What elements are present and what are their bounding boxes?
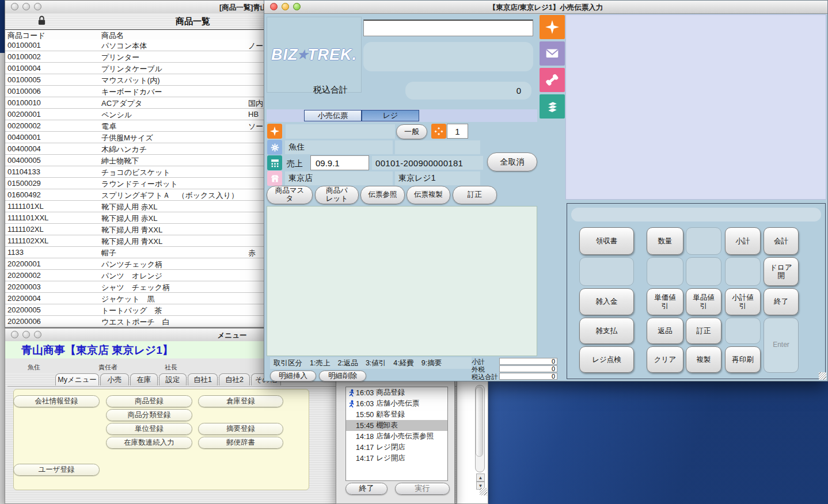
insert-line-button[interactable]: 明細挿入: [270, 371, 316, 381]
product-name: パソコン本体: [101, 41, 147, 51]
menu-button[interactable]: 単位登録: [106, 423, 192, 435]
flower-icon: [267, 140, 282, 155]
keypad-blank-button: [725, 257, 761, 286]
list-item[interactable]: 15:50顧客登録: [346, 409, 447, 420]
tab-小売[interactable]: 小売: [100, 373, 129, 385]
sale-date-field[interactable]: 09.9.1: [310, 155, 369, 170]
sale-label: 売上: [287, 159, 303, 169]
zoom-button[interactable]: [34, 3, 41, 10]
sparkle-icon[interactable]: [540, 15, 565, 39]
action-button[interactable]: 伝票参照: [360, 186, 405, 204]
list-item[interactable]: 16:03店舗小売伝票: [346, 398, 447, 409]
product-code: 20200002: [7, 271, 98, 280]
keypad-button[interactable]: 複製: [686, 346, 721, 373]
resize-grip[interactable]: [480, 488, 487, 495]
process-log-window: 16:03商品登録16:03店舗小売伝票15:50顧客登録15:45棚卸表14:…: [336, 377, 455, 504]
task-time: 15:45: [356, 422, 374, 430]
action-button[interactable]: 商品マス タ: [267, 186, 313, 204]
keypad-button[interactable]: 小計: [725, 227, 761, 255]
keypad-button[interactable]: 訂正: [686, 318, 721, 344]
keypad-button[interactable]: 返品: [647, 318, 683, 344]
sale-lines-area[interactable]: [267, 206, 537, 356]
keypad-button[interactable]: 小計値 引: [725, 288, 761, 315]
background-scroll-window: ▲ ▼: [457, 380, 488, 504]
product-code: 00400004: [7, 144, 98, 153]
run-button[interactable]: 実行: [395, 483, 450, 495]
menu-button[interactable]: 会社情報登録: [13, 395, 100, 407]
menu-button[interactable]: ユーザ登録: [13, 464, 100, 476]
keypad-button[interactable]: 単品値 引: [686, 288, 721, 315]
list-item[interactable]: 14:18店舗小売伝票参照: [346, 431, 447, 442]
product-code: 00400001: [7, 133, 98, 142]
list-item[interactable]: 14:17レジ閉店: [346, 442, 447, 453]
tab-設定[interactable]: 設定: [159, 373, 187, 385]
legend-item: 2:返品: [337, 358, 358, 368]
cancel-all-button[interactable]: 全取消: [487, 152, 537, 171]
action-button[interactable]: 商品パ レット: [315, 186, 359, 204]
calculator-icon: [267, 155, 282, 170]
legend-item: 3:値引: [366, 358, 386, 368]
tab-自社2[interactable]: 自社2: [219, 373, 250, 385]
legend-item: 1:売上: [310, 358, 330, 368]
tab-在庫[interactable]: 在庫: [130, 373, 158, 385]
task-label: 商品登録: [376, 388, 405, 398]
keypad-button[interactable]: 雑支払: [579, 318, 634, 344]
store-field: 東京店: [285, 171, 393, 185]
action-button[interactable]: 伝票複製: [407, 186, 450, 204]
minimize-button[interactable]: [22, 3, 30, 10]
customer-display-area: [565, 14, 826, 200]
product-name: プリンター: [101, 52, 139, 63]
close-button[interactable]: [11, 3, 18, 10]
layers-icon[interactable]: [540, 94, 565, 119]
keypad-button[interactable]: ドロア 開: [764, 257, 799, 286]
legend-item: 9:摘要: [421, 358, 442, 368]
keypad-button[interactable]: レジ点検: [579, 346, 634, 373]
biztrek-logo: BIZ★TREK.: [271, 46, 357, 64]
product-code: 00100001: [7, 41, 98, 49]
product-code: 20200001: [7, 259, 98, 268]
list-item[interactable]: 15:45棚卸表: [346, 420, 447, 431]
product-name: トートバッグ 茶: [101, 306, 162, 316]
tab-レジ[interactable]: レジ: [362, 110, 419, 121]
tab-Myメニュー[interactable]: Myメニュー: [55, 373, 99, 385]
menu-button[interactable]: 商品分類登録: [106, 409, 192, 421]
menu-button[interactable]: 商品登録: [106, 395, 192, 407]
menu-button[interactable]: 在庫数連続入力: [106, 437, 192, 449]
phone-icon[interactable]: [540, 68, 565, 92]
quit-button[interactable]: 終了: [345, 483, 388, 495]
menu-button[interactable]: 倉庫登録: [198, 395, 283, 407]
task-time: 14:18: [356, 433, 374, 441]
menu-button[interactable]: 摘要登録: [198, 423, 283, 435]
keypad-button[interactable]: 会計: [764, 227, 799, 255]
scrollbar-thumb[interactable]: [476, 387, 483, 457]
menu-button[interactable]: 郵便辞書: [198, 437, 283, 449]
product-spec: ソー: [248, 121, 263, 132]
action-button[interactable]: 訂正: [453, 186, 497, 204]
keypad-button[interactable]: 再印刷: [725, 346, 761, 373]
product-code: 00100004: [7, 64, 98, 72]
list-item[interactable]: 16:03商品登録: [346, 387, 447, 398]
count-field[interactable]: 1: [447, 124, 468, 139]
keypad-button[interactable]: 数量: [647, 227, 683, 255]
product-spec: 国内: [248, 98, 263, 109]
tab-自社1[interactable]: 自社1: [188, 373, 218, 385]
product-code: 1133: [7, 248, 98, 257]
keypad-button[interactable]: 終了: [764, 288, 799, 315]
mail-icon[interactable]: [540, 41, 565, 66]
delete-line-button[interactable]: 明細削除: [319, 371, 366, 381]
list-item[interactable]: 14:17レジ開店: [346, 453, 447, 464]
enter-button[interactable]: Enter: [764, 318, 799, 373]
general-button[interactable]: 一般: [396, 124, 427, 139]
keypad-button[interactable]: 領収書: [579, 227, 634, 255]
keypad-button[interactable]: クリア: [647, 346, 683, 373]
keypad-button[interactable]: 雑入金: [579, 288, 634, 315]
scan-input[interactable]: [363, 20, 533, 36]
total-value: 0: [499, 358, 557, 365]
task-label: 顧客登録: [376, 410, 405, 419]
scroll-up-arrow[interactable]: ▲: [476, 474, 485, 482]
keypad-button[interactable]: 単価値 引: [647, 288, 683, 315]
keypad-blank-button: [725, 318, 761, 344]
scrollbar-track[interactable]: [475, 385, 485, 472]
tab-小売伝票[interactable]: 小売伝票: [304, 110, 362, 121]
resize-grip[interactable]: [819, 372, 826, 380]
